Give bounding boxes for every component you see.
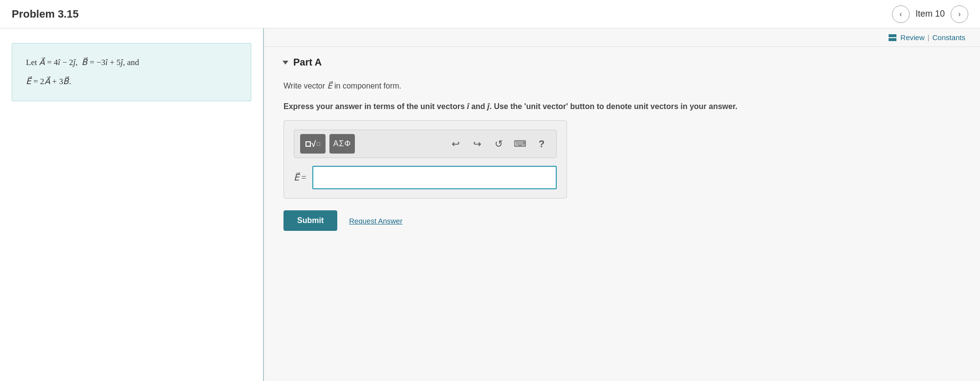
greek-button[interactable]: ΑΣΦ [329,134,355,154]
question-bold-text: Express your answer in terms of the unit… [283,102,738,111]
math-toolbar: √ □ ΑΣΦ ↩ ↪ ↺ ⌨ ? [294,130,557,158]
action-buttons: Submit Request Answer [283,210,960,231]
radical-icon: √ [311,140,316,148]
request-answer-button[interactable]: Request Answer [349,217,402,225]
question-text-line2: Express your answer in terms of the unit… [283,100,960,113]
pipe-separator: | [928,33,930,42]
submit-button[interactable]: Submit [283,210,337,231]
help-button[interactable]: ? [533,135,550,153]
review-link[interactable]: Review [900,33,924,42]
item-label: Item 10 [915,9,945,19]
page-header: Problem 3.15 ‹ Item 10 › [0,0,980,28]
answer-container: √ □ ΑΣΦ ↩ ↪ ↺ ⌨ ? [283,120,567,199]
part-header: Part A [283,57,960,68]
problem-statement-box: Let A⃗ = 4î − 2ĵ, B⃗ = −3î + 5ĵ, and E⃗ … [12,43,251,101]
problem-line1: Let A⃗ = 4î − 2ĵ, B⃗ = −3î + 5ĵ, and [26,55,237,70]
keyboard-icon: ⌨ [514,138,526,149]
left-panel: Let A⃗ = 4î − 2ĵ, B⃗ = −3î + 5ĵ, and E⃗ … [0,28,264,381]
answer-input[interactable] [312,166,557,189]
square-icon [305,141,311,147]
right-panel: Review | Constants Part A Write vector E… [264,28,980,381]
prev-item-button[interactable]: ‹ [892,5,910,23]
review-icon [889,34,896,41]
navigation-controls: ‹ Item 10 › [892,5,968,23]
part-a-section: Part A Write vector E⃗ in component form… [264,47,980,246]
question-text-line1: Write vector E⃗ in component form. [283,80,960,92]
redo-button[interactable]: ↪ [468,135,486,153]
input-row: E⃗ = [294,166,557,189]
review-bar: Review | Constants [264,28,980,47]
keyboard-button[interactable]: ⌨ [511,135,529,153]
formula-icon: √ □ [305,140,320,148]
reset-button[interactable]: ↺ [490,135,507,153]
part-title: Part A [293,57,322,68]
input-label: E⃗ = [294,172,306,183]
problem-line2: E⃗ = 2A⃗ + 3B⃗. [26,74,237,90]
greek-icon: ΑΣΦ [333,139,351,148]
main-layout: Let A⃗ = 4î − 2ĵ, B⃗ = −3î + 5ĵ, and E⃗ … [0,28,980,381]
problem-title: Problem 3.15 [12,8,79,21]
constants-link[interactable]: Constants [932,33,965,42]
next-item-button[interactable]: › [951,5,968,23]
collapse-arrow-icon[interactable] [283,61,288,65]
undo-button[interactable]: ↩ [447,135,464,153]
formula-button[interactable]: √ □ [300,134,326,154]
box-icon: □ [317,141,320,147]
